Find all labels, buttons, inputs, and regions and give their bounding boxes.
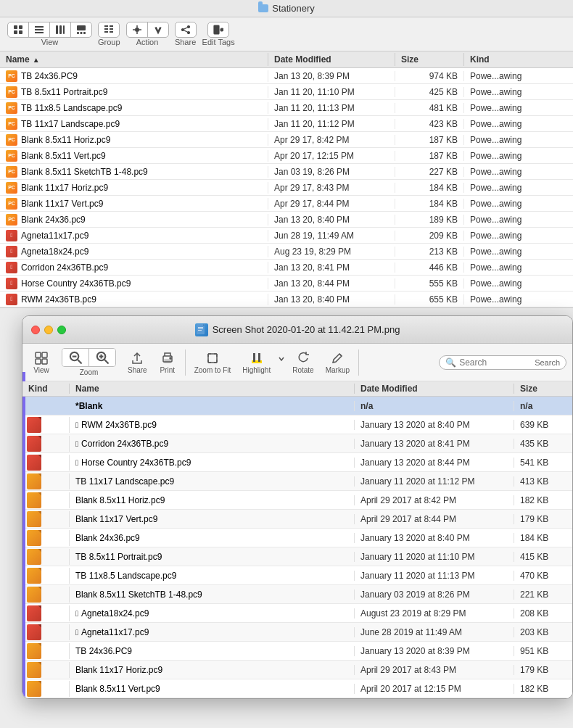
file-size-cell: 184 KB — [395, 183, 464, 193]
group-btn[interactable] — [99, 22, 119, 37]
edit-tags-btn-wrap[interactable] — [207, 22, 229, 38]
action-btn[interactable] — [127, 22, 148, 37]
pv-file-row[interactable]: TB 8.5x11 Portrait.pc9 January 11 2020 a… — [22, 547, 572, 566]
pv-share-btn[interactable]: Share — [123, 349, 152, 376]
pv-markup-btn[interactable]: Markup — [321, 349, 354, 376]
list-view-btn[interactable] — [29, 22, 50, 37]
file-name-cell:  Horse Country 24x36TB.pc9 — [0, 278, 268, 289]
file-row[interactable]: PC TB 24x36.PC9 Jan 13 20, 8:39 PM 974 K… — [0, 68, 573, 84]
pv-zoom-controls[interactable] — [62, 348, 116, 367]
traffic-lights[interactable] — [31, 326, 66, 334]
gallery-view-btn[interactable] — [71, 22, 91, 37]
fullscreen-button[interactable] — [57, 326, 66, 334]
pv-date-cell: January 11 2020 at 11:12 PM — [355, 476, 514, 487]
preview-title-bar: Screen Shot 2020-01-20 at 11.42.21 PM.pn… — [22, 316, 572, 344]
svg-rect-56 — [258, 353, 260, 362]
file-row[interactable]: PC Blank 24x36.pc9 Jan 13 20, 8:40 PM 18… — [0, 212, 573, 228]
file-size-cell: 655 KB — [395, 294, 464, 305]
pv-search-box[interactable]: 🔍 Search — [439, 355, 566, 370]
col-header-name[interactable]: Name ▲ — [0, 53, 268, 66]
column-view-btn[interactable] — [50, 22, 71, 37]
svg-rect-1 — [19, 25, 22, 29]
pv-file-name-text: TB 11x17 Landscape.pc9 — [75, 476, 174, 487]
file-name-cell: PC Blank 8.5x11 Horiz.pc9 — [0, 134, 268, 146]
pv-name-cell: Blank 8.5x11 Vert.pc9 — [70, 684, 355, 694]
file-row[interactable]: PC Blank 11x17 Vert.pc9 Apr 29 17, 8:44 … — [0, 196, 573, 212]
file-row[interactable]:  Agneta18x24.pc9 Aug 23 19, 8:29 PM 213… — [0, 244, 573, 260]
file-type-icon:  — [6, 262, 17, 273]
file-kind-cell: Powe...awing — [464, 247, 573, 257]
pv-file-row[interactable]: Corridon 24x36TB.pc9 January 13 2020 at… — [22, 434, 572, 453]
pv-file-row[interactable]: Blank 8.5x11 SketchTB 1-48.pc9 January 0… — [22, 585, 572, 604]
pv-kind-cell — [22, 473, 70, 489]
file-row[interactable]:  RWM 24x36TB.pc9 Jan 13 20, 8:40 PM 655… — [0, 291, 573, 307]
minimize-button[interactable] — [44, 326, 53, 334]
col-header-date[interactable]: Date Modified — [268, 53, 395, 66]
pv-file-row[interactable]: Blank 8.5x11 Vert.pc9 April 20 2017 at 1… — [22, 679, 572, 698]
pv-search-input[interactable] — [459, 357, 532, 368]
file-row[interactable]: PC Blank 8.5x11 Vert.pc9 Apr 20 17, 12:1… — [0, 148, 573, 164]
pv-file-row[interactable]: TB 11x8.5 Landscape.pc9 January 11 2020 … — [22, 566, 572, 585]
pv-file-row[interactable]: *Blank n/a n/a — [22, 397, 572, 415]
pv-highlight-arrow[interactable] — [278, 353, 285, 364]
file-row[interactable]:  Corridon 24x36TB.pc9 Jan 13 20, 8:41 P… — [0, 260, 573, 276]
share-btn-wrap[interactable] — [175, 22, 197, 38]
svg-rect-15 — [110, 25, 113, 27]
view-group[interactable] — [7, 22, 92, 38]
pv-file-icon — [27, 436, 41, 452]
file-date-cell: Apr 29 17, 8:42 PM — [268, 135, 395, 145]
file-row[interactable]:  Agneta11x17.pc9 Jun 28 19, 11:49 AM 20… — [0, 228, 573, 244]
apple-symbol:  — [75, 609, 78, 618]
file-row[interactable]: PC TB 11x8.5 Landscape.pc9 Jan 11 20, 11… — [0, 100, 573, 116]
pv-file-row[interactable]: Agneta18x24.pc9 August 23 2019 at 8:29 … — [22, 604, 572, 623]
pv-file-row[interactable]: Blank 24x36.pc9 January 13 2020 at 8:40 … — [22, 529, 572, 547]
action-btn-wrap[interactable] — [126, 22, 169, 38]
file-kind-cell: Powe...awing — [464, 294, 573, 305]
file-type-icon:  — [6, 230, 17, 241]
file-row[interactable]: PC Blank 8.5x11 Horiz.pc9 Apr 29 17, 8:4… — [0, 132, 573, 148]
file-row[interactable]: PC TB 11x17 Landscape.pc9 Jan 11 20, 11:… — [0, 116, 573, 132]
svg-rect-12 — [81, 32, 83, 34]
pv-file-row[interactable]: TB 11x17 Landscape.pc9 January 11 2020 a… — [22, 472, 572, 491]
file-size-cell: 189 KB — [395, 215, 464, 225]
pv-view-btn[interactable]: View — [28, 349, 54, 376]
pv-file-row[interactable]: Blank 11x17 Horiz.pc9 April 29 2017 at 8… — [22, 661, 572, 679]
edit-tags-btn[interactable] — [208, 22, 228, 37]
pv-highlight-btn[interactable]: Highlight — [238, 349, 275, 376]
file-kind-cell: Powe...awing — [464, 103, 573, 113]
icon-view-btn[interactable] — [8, 22, 29, 37]
pv-file-row[interactable]: RWM 24x36TB.pc9 January 13 2020 at 8:40… — [22, 415, 572, 434]
col-header-size[interactable]: Size — [395, 53, 464, 66]
pv-file-row[interactable]: Horse Country 24x36TB.pc9 January 13 20… — [22, 453, 572, 472]
file-name-text: TB 11x17 Landscape.pc9 — [21, 119, 120, 129]
pv-print-btn[interactable]: Print — [154, 349, 181, 376]
pv-file-row[interactable]: TB 24x36.PC9 January 13 2020 at 8:39 PM … — [22, 642, 572, 661]
col-header-kind[interactable]: Kind — [464, 53, 573, 66]
file-row[interactable]: PC TB 8.5x11 Portrait.pc9 Jan 11 20, 11:… — [0, 84, 573, 100]
action-chevron-btn[interactable] — [148, 22, 168, 37]
pv-file-row[interactable]: Blank 8.5x11 Horiz.pc9 April 29 2017 at … — [22, 491, 572, 510]
file-row[interactable]: PC Blank 11x17 Horiz.pc9 Apr 29 17, 8:43… — [0, 180, 573, 196]
file-kind-cell: Powe...awing — [464, 278, 573, 289]
pv-name-cell: Horse Country 24x36TB.pc9 — [70, 458, 355, 468]
pv-zoom-out-btn[interactable] — [62, 349, 89, 366]
pv-zoom-to-fit-btn[interactable]: Zoom to Fit — [190, 349, 236, 376]
pv-file-icon — [27, 624, 41, 640]
group-btn-wrap[interactable] — [98, 22, 120, 38]
file-row[interactable]: PC Blank 8.5x11 SketchTB 1-48.pc9 Jan 03… — [0, 164, 573, 180]
svg-rect-36 — [198, 327, 203, 328]
pv-size-cell: 413 KB — [514, 476, 572, 487]
pv-file-row[interactable]: Blank 11x17 Vert.pc9 April 29 2017 at 8:… — [22, 510, 572, 529]
file-row[interactable]:  Horse Country 24x36TB.pc9 Jan 13 20, 8… — [0, 276, 573, 291]
svg-rect-5 — [35, 29, 44, 30]
file-name-text: Blank 24x36.pc9 — [21, 215, 86, 225]
file-date-cell: Aug 23 19, 8:29 PM — [268, 247, 395, 257]
close-button[interactable] — [31, 326, 40, 334]
pv-file-row[interactable]: Agneta11x17.pc9 June 28 2019 at 11:49 A… — [22, 623, 572, 642]
pv-search-submit-btn[interactable]: Search — [535, 358, 560, 367]
share-btn[interactable] — [176, 22, 196, 37]
pv-rotate-btn[interactable]: Rotate — [288, 349, 318, 376]
file-name-text: Agneta18x24.pc9 — [21, 247, 88, 257]
file-name-cell: PC TB 11x17 Landscape.pc9 — [0, 118, 268, 130]
pv-zoom-in-btn[interactable] — [89, 349, 115, 366]
